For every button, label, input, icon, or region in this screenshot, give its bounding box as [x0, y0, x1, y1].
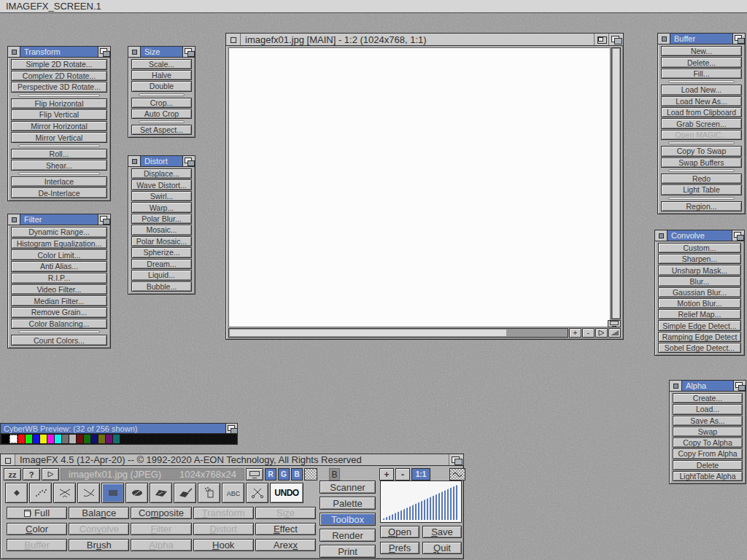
button-warp[interactable]: Warp... [131, 202, 192, 212]
palette-swatch[interactable] [142, 435, 148, 443]
button-full[interactable]: Full [7, 507, 67, 519]
vertical-scrollbar[interactable] [611, 47, 621, 319]
red-channel-button[interactable]: R [265, 468, 276, 481]
point-tool-button[interactable] [5, 483, 28, 503]
button-simple-2d-rotate[interactable]: Simple 2D Rotate... [11, 59, 107, 70]
button-de-interlace[interactable]: De-Interlace [11, 187, 107, 198]
palette-swatch[interactable] [193, 435, 199, 443]
line-tool-button[interactable] [53, 483, 76, 503]
button-render[interactable]: Render [320, 529, 376, 542]
button-dream[interactable]: Dream... [131, 259, 192, 269]
button-load-new[interactable]: Load New... [661, 85, 742, 95]
button-anti-alias[interactable]: Anti Alias... [11, 261, 107, 272]
zoom-gadget-icon[interactable] [594, 34, 608, 45]
button-count-colors[interactable]: Count Colors... [11, 335, 107, 346]
palette-swatch[interactable] [134, 435, 141, 443]
button-create[interactable]: Create... [673, 393, 743, 403]
button-delete[interactable]: Delete... [661, 57, 742, 67]
button-swap[interactable]: Swap [673, 427, 743, 437]
image-canvas[interactable] [228, 47, 611, 327]
button-crop[interactable]: Crop... [131, 98, 192, 108]
button-hook[interactable]: Hook [193, 539, 254, 551]
dither-pattern-button[interactable] [304, 468, 317, 481]
button-delete[interactable]: Delete [673, 460, 743, 470]
button-effect[interactable]: Effect [255, 523, 316, 535]
close-icon[interactable] [670, 381, 681, 391]
palette-swatch[interactable] [207, 435, 214, 443]
scrollbar-thumb[interactable] [613, 49, 619, 318]
button-wave-distort[interactable]: Wave Distort... [131, 179, 192, 190]
transform-title-bar[interactable]: Transform [8, 47, 110, 58]
buffer-title-bar[interactable]: Buffer [658, 34, 745, 44]
button-mosaic[interactable]: Mosaic... [131, 225, 192, 235]
scissors-tool-button[interactable] [246, 483, 268, 503]
button-sobel-edge-detect[interactable]: Sobel Edge Detect... [658, 343, 741, 353]
button-palette[interactable]: Palette [320, 497, 376, 510]
screen-title-bar[interactable]: IMAGEFX_SCREEN.1 [0, 0, 747, 13]
button-interlace[interactable]: Interlace [11, 176, 107, 187]
palette-swatch[interactable] [40, 435, 47, 443]
gradient-preview[interactable] [380, 481, 462, 523]
palette-swatch[interactable] [62, 435, 69, 443]
convolve-title-bar[interactable]: Convolve [655, 230, 744, 241]
distort-title-bar[interactable]: Distort [128, 156, 195, 167]
palette-swatch[interactable] [127, 435, 133, 443]
button-relief-map[interactable]: Relief Map... [658, 309, 741, 319]
button-load[interactable]: Load... [673, 404, 743, 414]
button-r-i-p[interactable]: R.I.P... [11, 273, 107, 284]
size-title-bar[interactable]: Size [128, 47, 195, 58]
palette-swatch[interactable] [106, 435, 112, 443]
button-color-balancing[interactable]: Color Balancing... [11, 319, 107, 330]
curve-tool-button[interactable] [77, 483, 100, 503]
brush-tool-button[interactable] [174, 483, 196, 503]
toolbox-title-bar[interactable]: ImageFX 4.5 (12-Apr-20) -- © 1992-2020 A… [1, 454, 463, 466]
run-button[interactable] [42, 468, 59, 481]
palette-swatch[interactable] [200, 435, 206, 443]
button-redo[interactable]: Redo [661, 174, 742, 184]
palette-swatch[interactable] [222, 435, 228, 443]
close-icon[interactable] [226, 34, 241, 45]
palette-swatch[interactable] [156, 435, 163, 443]
palette-swatch[interactable] [55, 435, 61, 443]
button-swap-buffers[interactable]: Swap Buffers [661, 158, 742, 168]
button-load-new-as[interactable]: Load New As... [661, 96, 742, 106]
play-button[interactable] [595, 328, 608, 338]
button-composite[interactable]: Composite [131, 507, 191, 519]
button-polar-blur[interactable]: Polar Blur... [131, 214, 192, 224]
button-lighttable-alpha[interactable]: LightTable Alpha [673, 471, 743, 481]
help-button[interactable]: ? [23, 468, 40, 481]
button-color-limit[interactable]: Color Limit... [11, 249, 107, 260]
close-icon[interactable] [658, 34, 670, 44]
zoom-in-button[interactable]: + [379, 468, 394, 481]
palette-swatch[interactable] [9, 435, 18, 443]
alpha-title-bar[interactable]: Alpha [670, 381, 746, 392]
button-new[interactable]: New... [661, 46, 742, 56]
button-displace[interactable]: Displace... [131, 168, 192, 179]
palette-swatch[interactable] [47, 435, 54, 443]
filter-title-bar[interactable]: Filter [8, 214, 110, 225]
ramp-icon[interactable] [608, 328, 621, 338]
button-copy-to-swap[interactable]: Copy To Swap [661, 146, 742, 156]
close-icon[interactable] [8, 47, 20, 57]
button-fill[interactable]: Fill... [661, 69, 742, 79]
depth-gadget-icon[interactable] [733, 34, 745, 44]
button-mirror-horizontal[interactable]: Mirror Horizontal [11, 121, 107, 132]
button-custom[interactable]: Custom... [658, 243, 741, 253]
button-blur[interactable]: Blur... [658, 276, 741, 287]
zoom-out-button[interactable]: - [582, 328, 595, 338]
button-spherize[interactable]: Spherize... [131, 247, 192, 257]
button-scale[interactable]: Scale... [131, 59, 192, 69]
button-complex-2d-rotate[interactable]: Complex 2D Rotate... [11, 71, 107, 82]
palette-swatch[interactable] [77, 435, 83, 443]
button-simple-edge-detect[interactable]: Simple Edge Detect... [658, 320, 741, 330]
close-icon[interactable] [8, 214, 20, 225]
button-mirror-vertical[interactable]: Mirror Vertical [11, 132, 107, 143]
undo-button[interactable]: UNDO [270, 483, 303, 503]
box-tool-button[interactable] [101, 483, 124, 503]
depth-gadget-icon[interactable] [183, 156, 195, 166]
button-liquid[interactable]: Liquid... [131, 270, 192, 280]
zoom-out-button[interactable]: - [395, 468, 410, 481]
palette-swatch[interactable] [69, 435, 76, 443]
monitor-icon[interactable] [608, 320, 621, 327]
depth-gadget-icon[interactable] [449, 454, 463, 465]
